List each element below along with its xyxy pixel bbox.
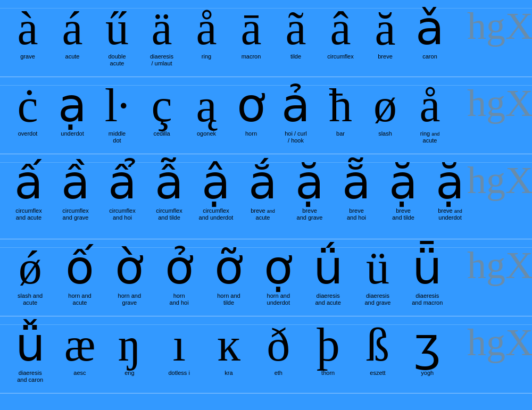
char-breve-tilde: ặ <box>389 160 418 206</box>
char-cell: ǎ <box>408 5 452 52</box>
label-ring-acute: ring andacute <box>408 130 452 144</box>
char-circumflex: â <box>330 5 351 52</box>
label-breve-acute: breve andacute <box>239 207 286 221</box>
label-bar: bar <box>318 130 363 144</box>
char-horn-underdot: ợ <box>264 245 293 291</box>
hgx-watermark-4: hgX <box>468 239 532 291</box>
char-cell: ŋ <box>105 322 154 369</box>
label-breve-tilde: breveand tilde <box>380 207 427 221</box>
char-cell: ờ <box>105 245 154 291</box>
char-cell: ă <box>363 5 408 52</box>
char-cell: ẵ <box>333 160 380 206</box>
char-cell: ậ <box>193 160 239 206</box>
char-dotless-i: ı <box>172 322 185 369</box>
label-circumflex: circumflex <box>318 53 363 67</box>
labels-row-2: overdot underdot middledot cedilla ogone… <box>0 129 458 147</box>
char-acute: á <box>62 5 82 52</box>
char-cell: ċ <box>5 82 50 129</box>
labels-row-3: circumflexand acute circumflexand grave … <box>0 206 479 224</box>
section-2: ċ ạ l· ç ą ơ ả ħ ø å hgX overdot underdo… <box>0 77 532 154</box>
char-cell: ß <box>353 322 402 369</box>
label-diaeresis-acute: diaeresisand acute <box>303 292 353 306</box>
label-eng: eng <box>105 370 154 383</box>
char-hoi: ả <box>281 82 310 129</box>
char-horn-tilde: ỡ <box>214 245 243 291</box>
char-horn: ơ <box>237 82 265 129</box>
char-cell: ơ <box>229 82 273 129</box>
char-cell: ẫ <box>146 160 193 206</box>
char-cell: ü <box>353 245 402 291</box>
labels-row-1: grave acute doubleacute diaeresis/ umlau… <box>0 52 458 70</box>
char-slash-acute: ǿ <box>19 245 42 291</box>
char-cell: ā <box>229 5 273 52</box>
label-eszett: eszett <box>353 370 402 383</box>
label-horn-acute: horn andacute <box>55 292 104 306</box>
char-cell: å <box>408 82 452 129</box>
char-thorn: þ <box>317 322 340 369</box>
hgx-watermark-5: hgX <box>468 316 532 369</box>
label-horn-underdot: horn andunderdot <box>254 292 303 306</box>
char-cell: l· <box>95 82 139 129</box>
label-caron: caron <box>408 53 452 67</box>
char-cell: ỡ <box>204 245 253 291</box>
labels-row-4: slash andacute horn andacute horn andgra… <box>0 291 458 309</box>
label-overdot: overdot <box>5 130 50 144</box>
char-cell: ǖ <box>403 245 452 291</box>
label-breve-hoi: breveand hoi <box>333 207 380 221</box>
char-aesc: æ <box>64 322 96 369</box>
char-circ-hoi: ẩ <box>108 160 137 206</box>
char-diaeresis: ä <box>151 5 172 52</box>
char-middle-dot: l· <box>105 82 129 129</box>
char-cell: ở <box>154 245 204 291</box>
char-caron: ǎ <box>415 5 444 52</box>
char-cedilla: ç <box>151 82 172 129</box>
section-5: ǚ æ ŋ ı ĸ ð þ ß ʒ hgX diaeresisand caron… <box>0 316 532 394</box>
char-cell: ố <box>55 245 104 291</box>
char-circ-underdot: ậ <box>202 160 230 206</box>
char-cell: ű <box>95 5 139 52</box>
label-grave: grave <box>5 53 50 67</box>
char-ring-acute: å <box>419 82 440 129</box>
chars-row-3: ấ ầ ẩ ẫ ậ ắ ặ ẵ ặ ặ <box>0 154 479 206</box>
label-double-acute: doubleacute <box>95 53 139 67</box>
char-cell: ắ <box>239 160 286 206</box>
label-aesc: aesc <box>55 370 104 383</box>
char-breve-acute: ắ <box>248 160 277 206</box>
label-circ-tilde: circumflexand tilde <box>146 207 193 221</box>
label-slash: slash <box>363 130 408 144</box>
label-kra: kra <box>204 370 253 383</box>
char-cell: þ <box>303 322 353 369</box>
hgx-watermark-3: hgX <box>468 154 532 206</box>
section-1: à á ű ä å ā ã â ă ǎ hgX grave acute doub… <box>0 0 532 77</box>
char-cell: â <box>318 5 363 52</box>
char-yogh: ʒ <box>414 322 441 369</box>
char-underdot: ạ <box>58 82 87 129</box>
char-diaeresis-acute: ǘ <box>313 245 343 291</box>
label-middle-dot: middledot <box>95 130 139 144</box>
char-cell: ả <box>273 82 318 129</box>
char-cell: á <box>50 5 95 52</box>
label-macron: macron <box>229 53 273 67</box>
char-breve-underdot: ặ <box>436 160 464 206</box>
char-slash: ø <box>373 82 397 129</box>
char-double-acute: ű <box>105 5 129 52</box>
char-cell: ǘ <box>303 245 353 291</box>
char-eth: ð <box>267 322 290 369</box>
hgx-watermark-1: hgX <box>468 0 532 52</box>
chars-row-2: ċ ạ l· ç ą ơ ả ħ ø å <box>0 77 458 129</box>
label-breve-grave: breveand grave <box>286 207 333 221</box>
label-cedilla: cedilla <box>139 130 184 144</box>
char-horn-hoi: ở <box>165 245 194 291</box>
char-cell: ʒ <box>403 322 452 369</box>
char-circ-grave: ầ <box>61 160 90 206</box>
label-circ-acute: circumflexand acute <box>5 207 52 221</box>
char-cell: ø <box>363 82 408 129</box>
label-circ-underdot: circumflexand underdot <box>193 207 239 221</box>
char-ring: å <box>196 5 217 52</box>
label-diaeresis-grave: diaeresisand grave <box>353 292 402 306</box>
char-cell: à <box>5 5 50 52</box>
label-hoi: hoi / curl/ hook <box>273 130 318 144</box>
label-horn-tilde: horn andtilde <box>204 292 253 306</box>
char-cell: ấ <box>5 160 52 206</box>
char-cell: ầ <box>52 160 99 206</box>
